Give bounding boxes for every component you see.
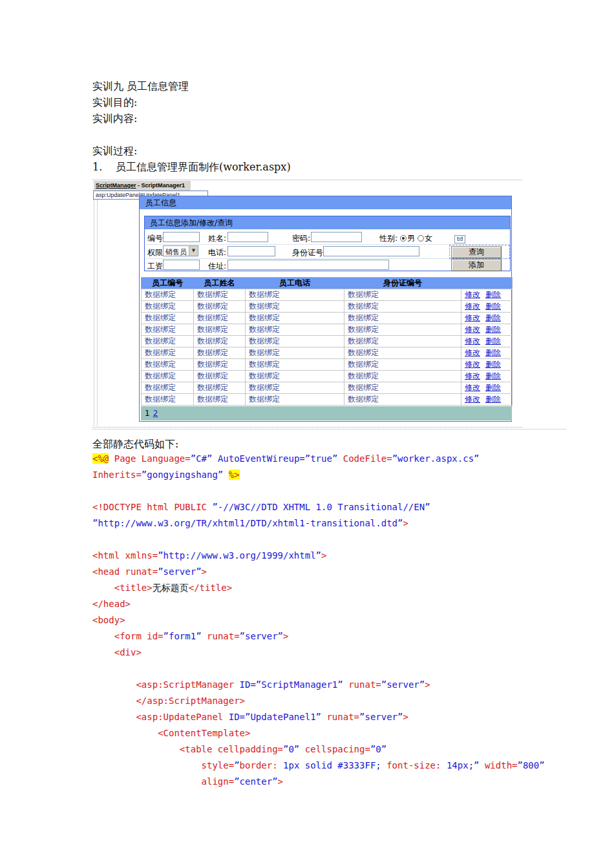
code-segment: Page Language= (109, 453, 190, 464)
delete-link[interactable]: 删除 (485, 395, 501, 404)
step-number: 1. (92, 159, 116, 175)
name-input[interactable] (228, 232, 268, 242)
grid-bind-cell: 数据绑定 (194, 371, 246, 382)
grid-data-row: 数据绑定数据绑定数据绑定数据绑定修改删除 (142, 324, 513, 336)
id-input[interactable] (163, 232, 200, 242)
gender-male-radio[interactable] (400, 235, 407, 242)
grid-bind-cell: 数据绑定 (344, 382, 461, 394)
query-button[interactable]: 查询 (451, 246, 502, 258)
code-segment: </asp:ScriptManager> (92, 696, 245, 706)
code-segment: ”http://www.w3.org/TR/xhtml1/DTD/xhtml1-… (92, 518, 403, 528)
code-segment: runat= (321, 712, 359, 722)
grid-header-cell: 员工电话 (246, 278, 344, 289)
grid-bind-cell: 数据绑定 (344, 324, 461, 336)
edit-link[interactable]: 修改 (465, 383, 480, 392)
delete-link[interactable]: 删除 (485, 313, 501, 322)
delete-link[interactable]: 删除 (485, 383, 501, 392)
code-segment: 1px solid #3333FF; (278, 760, 387, 770)
doc-process-label: 实训过程: (92, 143, 291, 159)
code-line: </head> (92, 596, 545, 612)
td-smart-tag: td (454, 235, 465, 243)
code-segment: <%@ (92, 453, 109, 464)
code-line: <!DOCTYPE html PUBLIC ”-//W3C//DTD XHTML… (92, 499, 545, 515)
phone-input[interactable] (228, 246, 275, 256)
employee-panel-title: 员工信息 (140, 196, 511, 209)
edit-link[interactable]: 修改 (465, 360, 480, 369)
grid-bind-cell: 数据绑定 (194, 301, 246, 313)
role-selected-value: 销售员 (165, 247, 187, 257)
password-input[interactable] (311, 232, 362, 242)
code-segment: ”center” (234, 776, 277, 787)
grid-bind-cell: 数据绑定 (142, 336, 194, 347)
doc-content-label: 实训内容: (92, 110, 291, 127)
edit-link[interactable]: 修改 (465, 302, 480, 311)
grid-bind-cell: 数据绑定 (344, 313, 461, 324)
code-segment: <html xmlns= (92, 550, 158, 561)
grid-bind-cell: 数据绑定 (246, 301, 344, 313)
delete-link[interactable]: 删除 (485, 360, 501, 369)
code-line: <asp:UpdatePanel ID=”UpdatePanel1” runat… (92, 709, 545, 725)
gender-female-radio[interactable] (418, 235, 424, 242)
add-button[interactable]: 添加 (451, 259, 502, 271)
grid-header-cell: 员工姓名 (194, 278, 246, 289)
grid-bind-cell: 数据绑定 (246, 289, 344, 301)
code-line: <form id=”form1” runat=”server”> (92, 628, 545, 645)
delete-link[interactable]: 删除 (485, 336, 501, 346)
delete-link[interactable]: 删除 (485, 290, 501, 299)
code-line: <table cellpadding=”0” cellspacing=”0” (92, 741, 545, 758)
grid-data-row: 数据绑定数据绑定数据绑定数据绑定修改删除 (142, 394, 513, 406)
pager-page-1: 1 (145, 409, 150, 418)
delete-link[interactable]: 删除 (485, 371, 501, 380)
grid-data-row: 数据绑定数据绑定数据绑定数据绑定修改删除 (142, 313, 513, 324)
grid-action-cell: 修改删除 (461, 371, 513, 382)
name-label: 姓名: (208, 233, 226, 244)
scriptmanager-control-label[interactable]: ScriptManager - ScriptManager1 (94, 181, 191, 191)
role-select[interactable]: 销售员 ▼ (163, 245, 198, 256)
design-surface-border-left-inner (97, 200, 98, 426)
edit-link[interactable]: 修改 (465, 371, 480, 380)
code-segment: > (202, 566, 207, 577)
pager-page-2-link[interactable]: 2 (153, 409, 158, 418)
edit-link[interactable]: 修改 (465, 348, 480, 357)
code-segment: <div> (92, 647, 142, 657)
code-line: <head runat=”server”> (92, 564, 545, 580)
delete-link[interactable]: 删除 (485, 302, 501, 311)
code-line (92, 661, 545, 677)
grid-data-row: 数据绑定数据绑定数据绑定数据绑定修改删除 (142, 336, 513, 347)
grid-action-cell: 修改删除 (461, 289, 513, 301)
code-segment: ”C#” (191, 453, 213, 464)
grid-bind-cell: 数据绑定 (142, 382, 194, 394)
code-segment: width= (480, 760, 518, 770)
idcard-input[interactable] (323, 246, 419, 256)
dropdown-arrow-icon[interactable]: ▼ (189, 246, 198, 256)
grid-header-cell: 身份证编号 (344, 278, 461, 289)
grid-data-row: 数据绑定数据绑定数据绑定数据绑定修改删除 (142, 301, 513, 313)
edit-link[interactable]: 修改 (465, 395, 480, 404)
code-segment: > (278, 776, 283, 787)
address-input[interactable] (228, 260, 389, 270)
edit-link[interactable]: 修改 (465, 336, 480, 346)
code-segment: cellspacing= (299, 744, 370, 754)
code-segment: ”0” (283, 744, 299, 754)
edit-link[interactable]: 修改 (465, 313, 480, 322)
grid-action-cell: 修改删除 (461, 382, 513, 394)
grid-bind-cell: 数据绑定 (246, 336, 344, 347)
code-segment: <body> (92, 615, 125, 625)
designer-screenshot: ScriptManager - ScriptManager1 asp:Updat… (92, 180, 522, 428)
code-segment: ”server” (240, 631, 283, 641)
grid-header-cell (461, 278, 513, 289)
employee-grid-body: 数据绑定数据绑定数据绑定数据绑定修改删除数据绑定数据绑定数据绑定数据绑定修改删除… (142, 289, 513, 406)
grid-bind-cell: 数据绑定 (344, 289, 461, 301)
password-label: 密码: (292, 233, 310, 244)
edit-link[interactable]: 修改 (465, 325, 480, 334)
grid-bind-cell: 数据绑定 (344, 394, 461, 406)
grid-bind-cell: 数据绑定 (142, 347, 194, 359)
code-segment: <asp:UpdatePanel (92, 712, 229, 722)
grid-bind-cell: 数据绑定 (194, 359, 246, 371)
code-segment: > (321, 550, 326, 561)
delete-link[interactable]: 删除 (485, 325, 501, 334)
grid-header-row: 员工编号员工姓名员工电话身份证编号 (142, 278, 513, 289)
salary-input[interactable] (163, 260, 200, 270)
edit-link[interactable]: 修改 (465, 290, 480, 299)
delete-link[interactable]: 删除 (485, 348, 501, 357)
